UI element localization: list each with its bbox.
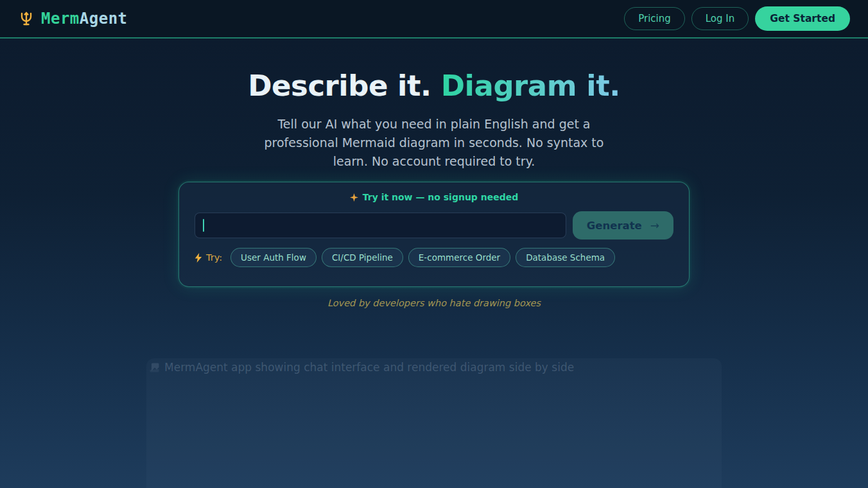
login-button[interactable]: Log In <box>691 7 749 30</box>
try-it-card: Try it now — no signup needed Generate →… <box>178 182 690 287</box>
hero-image-placeholder: MermAgent app showing chat interface and… <box>146 358 722 488</box>
chip-user-auth-flow[interactable]: User Auth Flow <box>230 248 317 267</box>
brand-logo[interactable]: MermAgent <box>18 10 128 28</box>
prompt-row: Generate → <box>195 211 673 240</box>
try-badge-text: Try it now — no signup needed <box>363 192 518 202</box>
chip-database-schema[interactable]: Database Schema <box>516 248 615 267</box>
page-title: Describe it. Diagram it. <box>248 68 620 104</box>
try-label: Try: <box>195 252 222 263</box>
social-proof-tagline: Loved by developers who hate drawing box… <box>327 298 541 308</box>
broken-image-row: MermAgent app showing chat interface and… <box>149 361 574 374</box>
broken-image-icon <box>149 362 161 373</box>
trident-icon <box>18 10 35 27</box>
hero-subtitle: Tell our AI what you need in plain Engli… <box>253 115 616 171</box>
text-caret <box>203 219 204 232</box>
sparkle-icon <box>350 193 358 202</box>
prompt-input[interactable] <box>195 213 566 238</box>
example-chips-row: Try: User Auth Flow CI/CD Pipeline E-com… <box>195 248 673 267</box>
nav-actions: Pricing Log In Get Started <box>624 6 850 31</box>
generate-button[interactable]: Generate → <box>573 211 673 240</box>
title-plain: Describe it. <box>248 69 441 103</box>
generate-label: Generate <box>587 220 642 232</box>
title-accent: Diagram it. <box>441 69 620 103</box>
hero-image-alt-text: MermAgent app showing chat interface and… <box>164 361 574 374</box>
try-badge: Try it now — no signup needed <box>195 192 673 202</box>
lightning-icon <box>195 253 202 263</box>
pricing-button[interactable]: Pricing <box>624 7 685 30</box>
brand-name: MermAgent <box>41 10 128 28</box>
example-chips: User Auth Flow CI/CD Pipeline E-commerce… <box>230 248 615 267</box>
navbar: MermAgent Pricing Log In Get Started <box>0 0 868 39</box>
brand-name-secondary: Agent <box>80 10 128 28</box>
chip-ecommerce-order[interactable]: E-commerce Order <box>408 248 510 267</box>
chip-cicd-pipeline[interactable]: CI/CD Pipeline <box>322 248 403 267</box>
arrow-right-icon: → <box>650 219 659 232</box>
get-started-button[interactable]: Get Started <box>755 6 850 31</box>
prompt-input-wrap <box>195 213 566 238</box>
main-content: Describe it. Diagram it. Tell our AI wha… <box>0 39 868 488</box>
brand-name-primary: Merm <box>41 10 80 28</box>
try-label-text: Try: <box>206 252 222 263</box>
